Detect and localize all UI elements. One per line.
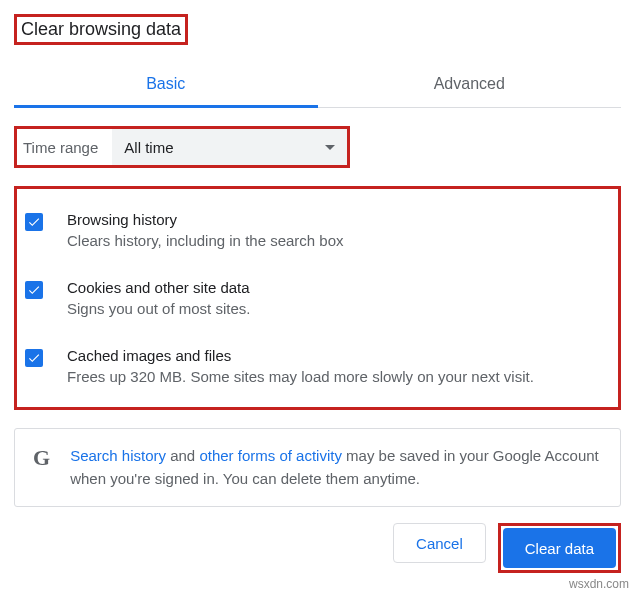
google-account-info: G Search history and other forms of acti… bbox=[14, 428, 621, 507]
option-text: Browsing history Clears history, includi… bbox=[67, 211, 344, 249]
option-cached: Cached images and files Frees up 320 MB.… bbox=[25, 339, 610, 393]
option-desc: Clears history, including in the search … bbox=[67, 232, 344, 249]
tab-basic-label: Basic bbox=[146, 75, 185, 92]
time-range-select[interactable]: All time bbox=[112, 129, 347, 165]
cancel-button-label: Cancel bbox=[416, 535, 463, 552]
option-text: Cached images and files Frees up 320 MB.… bbox=[67, 347, 534, 385]
option-title: Browsing history bbox=[67, 211, 344, 228]
option-cookies: Cookies and other site data Signs you ou… bbox=[25, 271, 610, 325]
info-text-middle: and bbox=[166, 447, 199, 464]
info-text: Search history and other forms of activi… bbox=[70, 445, 602, 490]
tab-basic[interactable]: Basic bbox=[14, 61, 318, 107]
clear-data-highlight: Clear data bbox=[498, 523, 621, 573]
tab-advanced[interactable]: Advanced bbox=[318, 61, 622, 107]
option-title: Cookies and other site data bbox=[67, 279, 250, 296]
clear-browsing-data-dialog: Clear browsing data Basic Advanced Time … bbox=[0, 0, 635, 593]
dialog-title: Clear browsing data bbox=[14, 14, 188, 45]
checkmark-icon bbox=[27, 283, 41, 297]
option-title: Cached images and files bbox=[67, 347, 534, 364]
other-activity-link[interactable]: other forms of activity bbox=[199, 447, 342, 464]
options-list: Browsing history Clears history, includi… bbox=[14, 186, 621, 410]
checkbox-cookies[interactable] bbox=[25, 281, 43, 299]
checkbox-cached[interactable] bbox=[25, 349, 43, 367]
time-range-value: All time bbox=[124, 139, 173, 156]
option-browsing-history: Browsing history Clears history, includi… bbox=[25, 203, 610, 257]
search-history-link[interactable]: Search history bbox=[70, 447, 166, 464]
time-range-row: Time range All time bbox=[14, 126, 350, 168]
checkmark-icon bbox=[27, 351, 41, 365]
watermark: wsxdn.com bbox=[569, 577, 629, 591]
chevron-down-icon bbox=[325, 145, 335, 150]
cancel-button[interactable]: Cancel bbox=[393, 523, 486, 563]
clear-data-button[interactable]: Clear data bbox=[503, 528, 616, 568]
dialog-buttons: Cancel Clear data bbox=[393, 523, 621, 573]
checkbox-browsing-history[interactable] bbox=[25, 213, 43, 231]
option-desc: Signs you out of most sites. bbox=[67, 300, 250, 317]
google-g-icon: G bbox=[33, 445, 50, 471]
option-desc: Frees up 320 MB. Some sites may load mor… bbox=[67, 368, 534, 385]
tab-bar: Basic Advanced bbox=[14, 61, 621, 108]
time-range-label: Time range bbox=[17, 139, 112, 156]
clear-data-button-label: Clear data bbox=[525, 540, 594, 557]
tab-advanced-label: Advanced bbox=[434, 75, 505, 92]
option-text: Cookies and other site data Signs you ou… bbox=[67, 279, 250, 317]
checkmark-icon bbox=[27, 215, 41, 229]
